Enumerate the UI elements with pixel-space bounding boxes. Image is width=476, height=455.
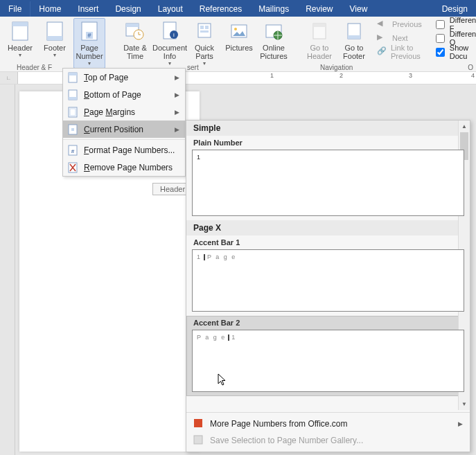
gallery-section-page-x: Page X [186,220,470,235]
previous-button[interactable]: ◀Previous [377,18,422,30]
menu-page-margins[interactable]: Page Margins ▶ [63,103,185,121]
gallery-accent-bar-1-preview: 1P a g e [192,249,464,312]
online-pictures-button[interactable]: Online Pictures [258,18,290,69]
svg-rect-22 [313,24,326,27]
goto-footer-icon [343,20,365,42]
save-selection-gallery: Save Selection to Page Number Gallery... [186,432,470,449]
chevron-right-icon: ▶ [175,126,179,133]
more-page-numbers-link[interactable]: More Page Numbers from Office.com ▶ [186,416,470,432]
quick-parts-icon [193,20,215,42]
remove-page-numbers-icon [67,162,78,173]
svg-text:i: i [173,32,175,38]
previous-label: Previous [392,20,422,28]
menu-bottom-of-page[interactable]: Bottom of Page ▶ [63,86,185,103]
goto-footer-button[interactable]: Go to Footer [338,18,370,62]
online-pictures-label: Online Pictures [260,44,288,60]
tab-mailings[interactable]: Mailings [250,1,297,17]
group-navigation: Navigation [320,64,353,71]
svg-text:#: # [71,148,75,154]
goto-header-label: Go to Header [307,44,332,60]
pictures-label: Pictures [225,44,253,52]
goto-header-button[interactable]: Go to Header [303,18,335,62]
page-number-label: Page Number [76,44,103,60]
menu-format-page-numbers[interactable]: # Format Page Numbers... [63,141,185,159]
svg-rect-26 [69,73,77,75]
tab-review[interactable]: Review [297,1,341,17]
pictures-button[interactable]: Pictures [223,18,255,69]
svg-rect-3 [47,36,62,40]
date-time-label: Date & Time [123,44,147,60]
gallery-accent-bar-2-label: Accent Bar 2 [192,317,464,328]
show-document-checkbox[interactable]: Show Docu [433,46,476,58]
tab-tool-design[interactable]: Design [434,1,476,17]
different-odd-checkbox[interactable]: Different O [433,32,476,44]
menu-current-position[interactable]: Current Position ▶ [63,121,185,138]
page-number-icon: # [78,20,100,42]
svg-rect-8 [126,24,139,27]
chevron-down-icon: ▾ [203,60,206,66]
link-to-previous-button[interactable]: 🔗Link to Previous [377,46,422,58]
svg-rect-16 [200,30,209,33]
menu-remove-page-numbers[interactable]: Remove Page Numbers [63,159,185,176]
svg-rect-1 [12,22,28,26]
footer-button[interactable]: Footer ▾ [39,18,71,69]
save-selection-label: Save Selection to Page Number Gallery... [210,436,363,445]
previous-icon: ◀ [377,19,388,30]
quick-parts-button[interactable]: Quick Parts ▾ [188,18,220,69]
chevron-right-icon: ▶ [458,420,463,427]
tab-file[interactable]: File [0,1,30,17]
gallery-plain-number-preview: 1 [192,150,464,216]
document-info-icon: i [159,20,181,42]
group-insert: sert [187,64,199,71]
svg-rect-32 [71,128,74,131]
svg-rect-14 [200,26,204,29]
next-icon: ▶ [377,33,388,44]
goto-header-icon [308,20,330,42]
page-margins-icon [67,107,78,118]
svg-rect-36 [194,419,202,427]
scroll-up-button[interactable]: ▲ [459,121,470,132]
tab-layout[interactable]: Layout [150,1,191,17]
svg-text:#: # [87,32,91,39]
different-first-checkbox[interactable]: Different F [433,18,476,30]
gallery-plain-number[interactable]: Plain Number 1 [186,136,470,220]
gallery-accent-bar-1[interactable]: Accent Bar 1 1P a g e [186,235,470,316]
current-position-icon [67,124,78,135]
chevron-down-icon: ▾ [88,60,91,66]
svg-rect-28 [69,97,77,100]
page-number-gallery: ▲ ▼ Simple Plain Number 1 Page X Accent … [186,120,470,452]
ribbon-tabs: File Home Insert Design Layout Reference… [0,0,476,17]
calendar-clock-icon [124,20,146,42]
svg-rect-24 [348,35,360,39]
show-document-label: Show Docu [450,44,476,60]
date-time-button[interactable]: Date & Time [119,18,151,69]
tab-view[interactable]: View [342,1,376,17]
menu-top-of-page[interactable]: Top of Page ▶ [63,69,185,86]
footer-label: Footer [44,44,66,52]
tab-home[interactable]: Home [30,1,69,17]
chevron-right-icon: ▶ [175,74,179,81]
header-icon [9,20,31,42]
document-info-button[interactable]: i Document Info ▾ [154,18,186,69]
goto-footer-label: Go to Footer [343,44,365,60]
header-button[interactable]: Header ▾ [4,18,36,69]
link-icon: 🔗 [377,46,387,57]
page-number-button[interactable]: # Page Number ▾ [73,18,105,69]
vertical-ruler[interactable] [0,84,15,455]
svg-point-18 [234,28,237,30]
scroll-down-button[interactable]: ▼ [459,398,470,410]
tab-references[interactable]: References [191,1,250,17]
top-of-page-icon [67,72,78,83]
gallery-accent-bar-2[interactable]: Accent Bar 2 P a g e1 [186,316,470,396]
gallery-accent-bar-2-preview: P a g e1 [192,330,464,392]
next-button[interactable]: ▶Next [377,32,422,44]
mouse-cursor-icon [218,373,229,387]
gallery-plain-number-label: Plain Number [192,137,464,148]
svg-rect-15 [205,26,209,29]
office-icon [193,418,204,429]
ribbon: Header ▾ Footer ▾ # Page Number ▾ Date &… [0,17,476,72]
tab-design[interactable]: Design [107,1,149,17]
page-number-menu: Top of Page ▶ Bottom of Page ▶ Page Marg… [62,68,186,177]
tab-insert[interactable]: Insert [69,1,107,17]
pictures-icon [228,20,250,42]
